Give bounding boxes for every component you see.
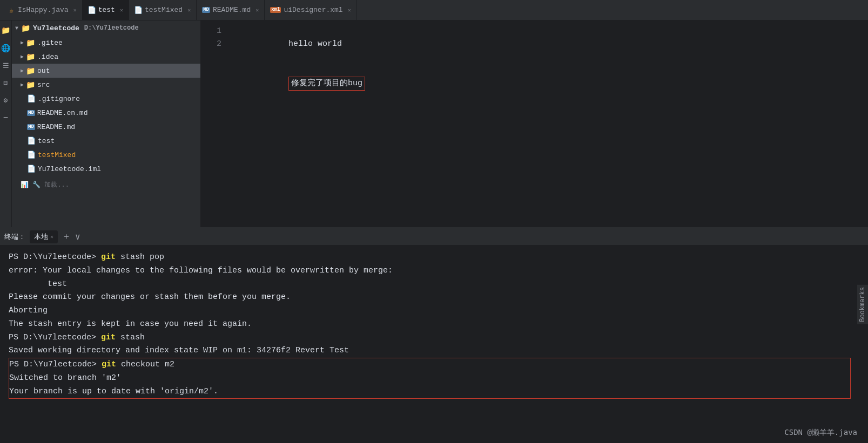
list-toolbar-icon[interactable]: ☰ [3,62,9,70]
term-prompt-7: PS D:\Yu7leetcode> [9,333,101,342]
term-line-4: Please commit your changes or stash them… [9,291,859,304]
term-line-7: PS D:\Yu7leetcode> git stash [9,331,859,345]
term-line-5: Aborting [9,304,859,318]
menu-toolbar-icon[interactable]: ⊟ [4,79,8,87]
tab-close-icon[interactable]: ✕ [73,7,77,13]
code-line-1: hello world [230,25,868,64]
term-rest-9: checkout m2 [116,360,174,369]
terminal-tabs: 终端： 本地 ✕ ＋ ∨ [0,228,868,246]
sidebar-item-testmixed[interactable]: 📄 testMixed [12,148,200,162]
main-area: 📁 🌐 ☰ ⊟ ⚙ − ▼ 📁 Yu7leetcode D:\Yu7leetco… [0,21,868,227]
tab-ishappy-label: IsHappy.java [18,6,69,14]
tab-uidesigner-close-icon[interactable]: ✕ [348,7,351,13]
term-rest-1: stash pop [116,253,164,262]
tab-testmixed-label: testMixed [145,6,183,14]
watermark: CSDN @懒羊羊.java [784,428,857,438]
folder-idea-icon: 📁 [26,52,35,62]
java-icon: ☕ [8,6,15,14]
bookmarks-label[interactable]: Bookmarks [857,285,868,324]
term-text-4: Please commit your changes or stash them… [9,292,291,302]
readme-en-label: README.en.md [37,109,88,117]
term-line-1: PS D:\Yu7leetcode> git stash pop [9,251,859,264]
sidebar-item-gitignore[interactable]: 📄 .gitignore [12,92,200,106]
tab-testmixed[interactable]: 📄 testMixed ✕ [129,0,197,21]
file-gitignore-icon: 📄 [27,94,36,103]
sidebar-item-out[interactable]: ▶ 📁 out [12,64,200,78]
testmixed-file-label: testMixed [38,151,76,159]
test-file-label: test [38,137,55,145]
sidebar-item-test[interactable]: 📄 test [12,134,200,148]
sidebar: ▼ 📁 Yu7leetcode D:\Yu7leetcode ▶ 📁 .gite… [12,21,201,227]
term-line-6: The stash entry is kept in case you need… [9,318,859,331]
sidebar-item-idea[interactable]: ▶ 📁 .idea [12,50,200,64]
iml-label: Yu7leetcode.iml [38,165,101,173]
tab-ishappy[interactable]: ☕ IsHappy.java ✕ [2,0,83,21]
chevron-down-icon: ▼ [15,25,18,31]
tab-testmixed-close-icon[interactable]: ✕ [187,7,191,13]
minus-toolbar-icon[interactable]: − [3,113,9,123]
globe-toolbar-icon[interactable]: 🌐 [1,44,10,53]
out-label: out [37,67,50,75]
term-git-7: git [101,333,116,342]
tab-readme-label: README.md [213,6,251,14]
tab-test-label: test [98,6,115,14]
term-prompt-9: PS D:\Yu7leetcode> [9,360,102,369]
terminal-local-close[interactable]: ✕ [50,234,53,240]
gitee-label: .gitee [37,39,63,47]
code-line-2: 修复完了项目的bug [230,64,868,104]
tab-bar: ☕ IsHappy.java ✕ 📄 test ✕ 📄 testMixed ✕ … [0,0,868,21]
file-testmixed-icon: 📄 [27,151,36,159]
src-label: src [37,81,50,89]
editor-area: 1 2 hello world 修复完了项目的bug [201,21,868,227]
terminal-tab-local[interactable]: 本地 ✕ [30,230,58,243]
tab-uidesigner[interactable]: xml uiDesigner.xml ✕ [265,0,356,21]
folder-gitee-icon: 📁 [26,38,35,47]
sidebar-item-src[interactable]: ▶ 📁 src [12,78,200,92]
tab-test[interactable]: 📄 test ✕ [83,0,129,21]
terminal-add-button[interactable]: ＋ [62,231,71,242]
left-toolbar: 📁 🌐 ☰ ⊟ ⚙ − [0,21,12,227]
term-text-10: Switched to branch 'm2' [9,373,121,383]
sidebar-item-gitee[interactable]: ▶ 📁 .gitee [12,36,200,50]
chevron-right-out: ▶ [21,67,24,74]
term-line-10: Switched to branch 'm2' [9,372,850,385]
settings-toolbar-icon[interactable]: ⚙ [4,96,8,105]
term-text-6: The stash entry is kept in case you need… [9,319,252,329]
term-text-3: test [9,280,67,289]
sidebar-item-readme-en[interactable]: MD README.en.md [12,106,200,120]
line-number-2: 2 [201,38,221,51]
term-rest-7: stash [116,333,145,342]
term-line-11: Your branch is up to date with 'origin/m… [9,385,850,399]
terminal-chevron-icon[interactable]: ∨ [75,231,80,242]
chevron-right-src: ▶ [21,81,24,88]
gitignore-label: .gitignore [38,95,80,103]
folder-out-icon: 📁 [26,66,35,76]
sidebar-project-root[interactable]: ▼ 📁 Yu7leetcode D:\Yu7leetcode [12,21,200,36]
tab-test-close-icon[interactable]: ✕ [120,7,123,13]
terminal-content[interactable]: PS D:\Yu7leetcode> git stash pop error: … [0,246,868,443]
terminal-area: 终端： 本地 ✕ ＋ ∨ PS D:\Yu7leetcode> git stas… [0,227,868,443]
tab-readme-close-icon[interactable]: ✕ [255,7,259,13]
term-highlighted-block: PS D:\Yu7leetcode> git checkout m2 Switc… [9,358,851,399]
term-text-5: Aborting [9,306,48,315]
terminal-label: 终端： [4,232,25,242]
tab-uidesigner-label: uiDesigner.xml [284,6,342,14]
project-folder-icon: 📁 [21,24,30,33]
editor-content[interactable]: 1 2 hello world 修复完了项目的bug [201,21,868,227]
sidebar-item-iml[interactable]: 📄 Yu7leetcode.iml [12,162,200,176]
readme-md-label: README.md [37,123,75,131]
code-content-2: 修复完了项目的bug [288,77,365,91]
code-lines[interactable]: hello world 修复完了项目的bug [228,25,868,223]
line-numbers: 1 2 [201,25,228,223]
term-git-9: git [102,360,116,369]
project-root-label: Yu7leetcode [33,24,79,32]
project-root-path: D:\Yu7leetcode [84,24,139,32]
md-badge-readme: MD [202,7,210,13]
folder-toolbar-icon[interactable]: 📁 [1,26,10,35]
folder-src-icon: 📁 [26,80,35,90]
tab-readme[interactable]: MD README.md ✕ [197,0,265,21]
file-iml-icon: 📄 [27,165,36,173]
chevron-right-idea: ▶ [21,53,24,60]
sidebar-item-readme-md[interactable]: MD README.md [12,120,200,134]
terminal-local-label: 本地 [34,232,48,242]
